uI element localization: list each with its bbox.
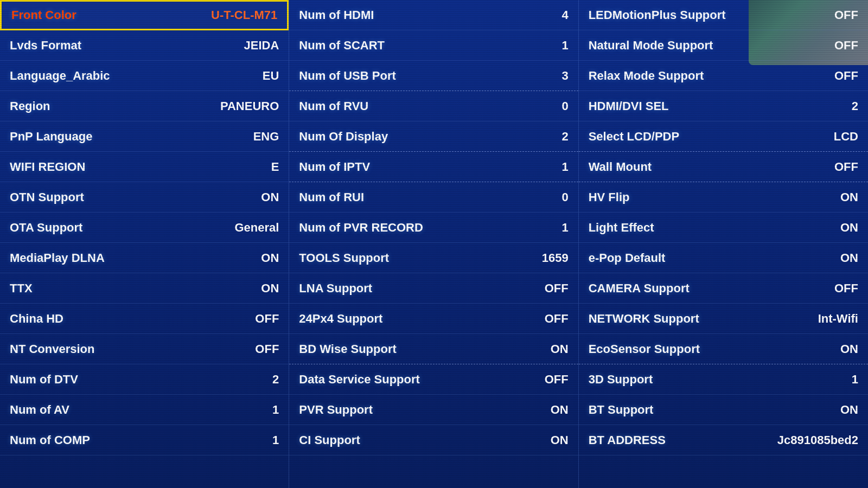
row-item[interactable]: OTA SupportGeneral (0, 213, 289, 243)
row-value: Jc891085bed2 (777, 433, 858, 447)
row-value: OFF (545, 312, 569, 326)
row-item[interactable]: CAMERA SupportOFF (579, 273, 868, 304)
row-item[interactable]: NETWORK SupportInt-Wifi (579, 304, 868, 334)
row-value: ON (840, 251, 858, 265)
row-item[interactable]: China HDOFF (0, 304, 289, 334)
row-item[interactable]: Data Service SupportOFF (289, 364, 578, 395)
row-value: OFF (834, 281, 858, 296)
row-item[interactable]: PnP LanguageENG (0, 121, 289, 152)
row-item[interactable]: TTXON (0, 273, 289, 304)
row-value: 2 (852, 99, 858, 113)
row-label: LEDMotionPlus Support (589, 8, 726, 22)
row-value: ON (551, 433, 569, 447)
row-value: ON (261, 190, 279, 204)
row-item[interactable]: 24Px4 SupportOFF (289, 304, 578, 334)
row-item[interactable]: Front ColorU-T-CL-M71 (0, 0, 289, 30)
row-label: Select LCD/PDP (589, 130, 680, 144)
row-item[interactable]: 3D Support1 (579, 364, 868, 395)
row-label: Light Effect (589, 221, 654, 235)
row-item[interactable]: BT SupportON (579, 395, 868, 425)
row-label: Num of PVR RECORD (299, 221, 423, 235)
row-label: China HD (10, 312, 63, 326)
row-item[interactable]: Natural Mode SupportOFF (579, 30, 868, 61)
screen: Front ColorU-T-CL-M71Lvds FormatJEIDALan… (0, 0, 868, 488)
row-item[interactable]: Num of USB Port3 (289, 61, 578, 91)
row-label: PVR Support (299, 403, 373, 417)
row-item[interactable]: Lvds FormatJEIDA (0, 30, 289, 61)
column-3: LEDMotionPlus SupportOFFNatural Mode Sup… (579, 0, 868, 488)
row-value: ON (261, 281, 279, 296)
row-value: 1 (272, 433, 279, 447)
row-item[interactable]: Wall MountOFF (579, 152, 868, 182)
row-value: ON (551, 403, 569, 417)
row-label: Front Color (11, 8, 76, 22)
row-label: Num of DTV (10, 373, 78, 387)
row-label: Language_Arabic (10, 69, 110, 83)
row-value: 1659 (542, 251, 569, 265)
row-value: 0 (561, 190, 568, 204)
row-item[interactable]: Select LCD/PDPLCD (579, 121, 868, 152)
row-value: ON (551, 342, 569, 356)
row-item[interactable]: RegionPANEURO (0, 91, 289, 121)
row-label: OTN Support (10, 190, 84, 204)
row-item[interactable]: BT ADDRESSJc891085bed2 (579, 425, 868, 455)
row-item[interactable]: MediaPlay DLNAON (0, 243, 289, 273)
row-item[interactable]: LNA SupportOFF (289, 273, 578, 304)
row-label: NETWORK Support (589, 312, 699, 326)
row-value: 2 (272, 373, 279, 387)
row-item[interactable]: TOOLS Support1659 (289, 243, 578, 273)
row-item[interactable]: BD Wise SupportON (289, 334, 578, 364)
row-item[interactable]: PVR SupportON (289, 395, 578, 425)
column-2: Num of HDMI4Num of SCART1Num of USB Port… (289, 0, 578, 488)
row-value: OFF (834, 38, 858, 53)
row-item[interactable]: EcoSensor SupportON (579, 334, 868, 364)
row-item[interactable]: WIFI REGIONE (0, 152, 289, 182)
row-label: HV Flip (589, 190, 630, 204)
row-item[interactable]: Language_ArabicEU (0, 61, 289, 91)
row-item[interactable]: HV FlipON (579, 182, 868, 213)
row-value: General (234, 221, 279, 235)
row-item[interactable]: Num of COMP1 (0, 425, 289, 455)
row-item[interactable]: Num Of Display2 (289, 121, 578, 152)
row-item[interactable]: Num of IPTV1 (289, 152, 578, 182)
row-value: OFF (834, 69, 858, 83)
row-value: OFF (255, 312, 279, 326)
row-value: 2 (561, 130, 568, 144)
row-item[interactable]: Num of SCART1 (289, 30, 578, 61)
row-value: ON (840, 221, 858, 235)
row-item[interactable]: OTN SupportON (0, 182, 289, 213)
row-item[interactable]: CI SupportON (289, 425, 578, 455)
row-label: PnP Language (10, 130, 92, 144)
row-item[interactable]: Light EffectON (579, 213, 868, 243)
row-item[interactable]: Num of RVU0 (289, 91, 578, 121)
row-label: EcoSensor Support (589, 342, 700, 356)
row-value: ON (840, 342, 858, 356)
row-label: Num of IPTV (299, 160, 370, 174)
row-item[interactable]: Num of RUI0 (289, 182, 578, 213)
row-label: OTA Support (10, 221, 82, 235)
row-label: Num of SCART (299, 38, 385, 53)
row-item[interactable]: Num of DTV2 (0, 364, 289, 395)
row-item[interactable]: Relax Mode SupportOFF (579, 61, 868, 91)
row-label: CAMERA Support (589, 281, 690, 296)
row-item[interactable]: HDMI/DVI SEL2 (579, 91, 868, 121)
row-label: Lvds Format (10, 38, 81, 53)
row-label: BD Wise Support (299, 342, 396, 356)
row-label: 3D Support (589, 373, 653, 387)
row-label: BT Support (589, 403, 654, 417)
row-label: Wall Mount (589, 160, 652, 174)
row-label: Num Of Display (299, 130, 388, 144)
row-item[interactable]: Num of AV1 (0, 395, 289, 425)
row-label: Num of USB Port (299, 69, 395, 83)
row-value: EU (263, 69, 279, 83)
row-value: OFF (834, 8, 858, 22)
row-item[interactable]: LEDMotionPlus SupportOFF (579, 0, 868, 30)
row-item[interactable]: NT ConversionOFF (0, 334, 289, 364)
row-item[interactable]: Num of HDMI4 (289, 0, 578, 30)
row-label: CI Support (299, 433, 360, 447)
row-label: HDMI/DVI SEL (589, 99, 669, 113)
row-label: TOOLS Support (299, 251, 389, 265)
row-value: 1 (852, 373, 858, 387)
row-item[interactable]: Num of PVR RECORD1 (289, 213, 578, 243)
row-item[interactable]: e-Pop DefaultON (579, 243, 868, 273)
